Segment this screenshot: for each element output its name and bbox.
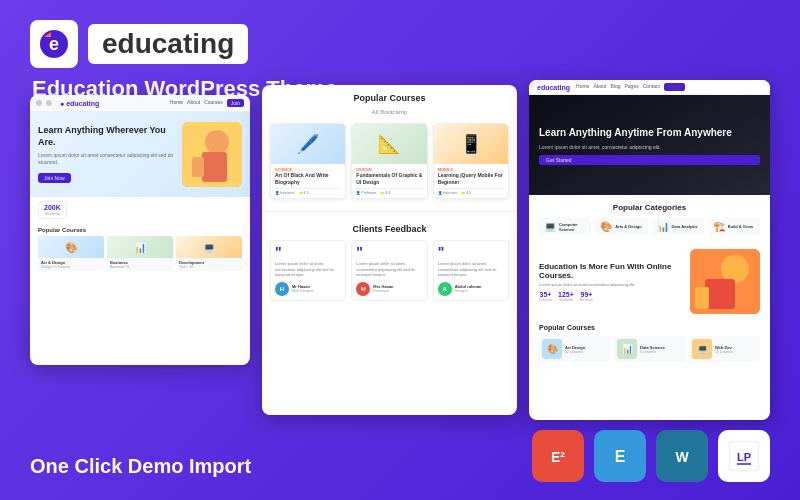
sc-right-hero-heading: Learn Anything Anytime From Anywhere [539, 126, 760, 140]
nav-items-row: Home About Blog Pages Contact Try It [576, 83, 685, 91]
screenshot-left: ● educating Home About Courses Join Lear… [30, 95, 250, 365]
feature-heading: Education Is More Fun With Online Course… [539, 262, 682, 280]
mc-title-3: Web Dev [715, 345, 733, 350]
sc-right-cats-title: Popular Categories [539, 203, 760, 212]
mc-info-2: Data Science 8 Lessons [640, 345, 665, 354]
stat-students-lbl: Students [558, 298, 574, 302]
card-img-2: 📊 [107, 236, 173, 258]
nav-blog: Blog [610, 83, 620, 91]
course-card-body-2: DESIGN Fundamentals Of Graphic & UI Desi… [352, 164, 426, 198]
course-cards: 🖊️ SCIENCE Art Of Black And Write Biogra… [270, 123, 509, 199]
sc-left-logo: ● educating [60, 100, 99, 107]
avatar-2: M [356, 282, 370, 296]
card-meta-2: Business • 8 [110, 265, 170, 269]
course-footer-1: 👤 Instructor ⭐ 4.5 [275, 188, 341, 195]
sc-left-stats: 200K Students [30, 197, 250, 223]
brand-logo-icon: e [30, 20, 78, 68]
hero-text: Lorem ipsum dolor sit amet consectetur a… [38, 152, 176, 166]
sc-mid-divider [262, 211, 517, 212]
course-card-1: 🖊️ SCIENCE Art Of Black And Write Biogra… [270, 123, 346, 199]
card-body-2: Business Business • 8 [107, 258, 173, 271]
bottom-label: One Click Demo Import [30, 455, 251, 478]
stat-courses-num: 35+ [539, 291, 552, 298]
course-card-img-1: 🖊️ [271, 124, 345, 164]
feedback-title: Clients Feedback [270, 224, 509, 234]
stat-num: 200K [44, 204, 61, 211]
sc-left-hero-img [182, 122, 242, 187]
card-meta-3: Tech • 10 [179, 265, 239, 269]
mini-course-row: 🎨 Art Design 12 Lessons 📊 Data Science 8… [539, 336, 760, 362]
feedback-author-3: A Abdul rahman Designer [438, 282, 504, 296]
course-lessons-1: 👤 Instructor [275, 191, 295, 195]
logo-area: e educating [30, 20, 770, 68]
cat-grid: 💻 Computer Science 🎨 Arts & Design 📊 Dat… [539, 218, 760, 235]
avatar-3: A [438, 282, 452, 296]
feedback-card-2: " Lorem ipsum dolor sit amet, consectetu… [351, 240, 427, 301]
nav-about: About [593, 83, 606, 91]
main-container: e educating Education WordPress Theme ● … [0, 0, 800, 500]
course-footer-3: 👤 Instructor ⭐ 4.6 [438, 188, 504, 195]
mc-title-1: Art Design [565, 345, 585, 350]
mc-info-1: Art Design 12 Lessons [565, 345, 585, 354]
author-info-2: Mrs Hasan Developer [373, 284, 393, 293]
svg-rect-8 [705, 279, 735, 309]
nav-contact: Contact [643, 83, 660, 91]
cat-icon-build: 🏗️ [713, 221, 725, 232]
course-rating-3: ⭐ 4.6 [461, 191, 471, 195]
stat-courses-lbl: Courses [539, 298, 552, 302]
sc-left-hero: Learn Anything Wherever You Are. Lorem i… [30, 112, 250, 197]
stat-courses: 35+ Courses [539, 291, 552, 302]
stat-reviews: 99+ Reviews [580, 291, 593, 302]
mini-course-3: 💻 Web Dev 15 Lessons [689, 336, 760, 362]
mc-meta-2: 8 Lessons [640, 350, 665, 354]
course-footer-2: 👤 Professor ⭐ 4.8 [356, 188, 422, 195]
plugin-icon-er: E² [532, 430, 584, 482]
card-img-1: 🎨 [38, 236, 104, 258]
sc-mid-popular-title: Popular Courses [270, 93, 509, 103]
sc-mid-popular-sub: All Bootcamp [270, 109, 509, 115]
nav-try-btn[interactable]: Try It [664, 83, 685, 91]
sc-right-courses-title: Popular Courses [539, 324, 760, 331]
course-card-2: 📐 DESIGN Fundamentals Of Graphic & UI De… [351, 123, 427, 199]
feedback-card-3: " Lorem ipsum dolor sit amet, consectetu… [433, 240, 509, 301]
sc-right-hero: Learn Anything Anytime From Anywhere Lor… [529, 95, 770, 195]
cat-label-build: Build & Grow [728, 224, 753, 229]
course-card-img-2: 📐 [352, 124, 426, 164]
sc-right-feature: Education Is More Fun With Online Course… [529, 243, 770, 320]
svg-text:LP: LP [737, 451, 751, 463]
feedback-author-1: H Mr Hasan Web Designer [275, 282, 341, 296]
avatar-1: H [275, 282, 289, 296]
mc-info-3: Web Dev 15 Lessons [715, 345, 733, 354]
stat-students-num: 125+ [558, 291, 574, 298]
course-title-3: Learning jQuery Mobile For Beginner [438, 172, 504, 185]
nav-btn[interactable]: Join [227, 99, 244, 107]
feedback-text-1: Lorem ipsum dolor sit amet, consectetur … [275, 261, 341, 278]
author-role-2: Developer [373, 289, 393, 293]
svg-rect-5 [192, 157, 204, 177]
course-lessons-2: 👤 Professor [356, 191, 376, 195]
course-title-2: Fundamentals Of Graphic & UI Design [356, 172, 422, 185]
mini-card-2: 📊 Business Business • 8 [107, 236, 173, 271]
stat-reviews-num: 99+ [580, 291, 593, 298]
feedback-card-1: " Lorem ipsum dolor sit amet, consectetu… [270, 240, 346, 301]
author-info-1: Mr Hasan Web Designer [292, 284, 314, 293]
feedback-text-2: Lorem ipsum dolor sit amet, consectetur … [356, 261, 422, 278]
sc-right-feature-text: Education Is More Fun With Online Course… [539, 262, 682, 302]
sc-right-hero-btn[interactable]: Get Started [539, 155, 760, 165]
nav-pages: Pages [625, 83, 639, 91]
dot2 [46, 100, 52, 106]
sc-right-hero-text: Lorem ipsum dolor sit amet, consectetur … [539, 144, 760, 150]
feature-text: Lorem ipsum dolor sit amet consectetur a… [539, 282, 682, 287]
sc-right-nav: educating Home About Blog Pages Contact … [529, 80, 770, 95]
mc-img-3: 💻 [692, 339, 712, 359]
cat-item-build: 🏗️ Build & Grow [708, 218, 760, 235]
stat-students: 125+ Students [558, 291, 574, 302]
mini-card-3: 💻 Development Tech • 10 [176, 236, 242, 271]
quote-icon-1: " [275, 245, 341, 259]
mc-img-1: 🎨 [542, 339, 562, 359]
hero-btn[interactable]: Join Now [38, 173, 71, 183]
stat-reviews-lbl: Reviews [580, 298, 593, 302]
cat-icon-data: 📊 [657, 221, 669, 232]
feedback-section: Clients Feedback " Lorem ipsum dolor sit… [262, 216, 517, 309]
nav-home: Home [170, 99, 183, 107]
